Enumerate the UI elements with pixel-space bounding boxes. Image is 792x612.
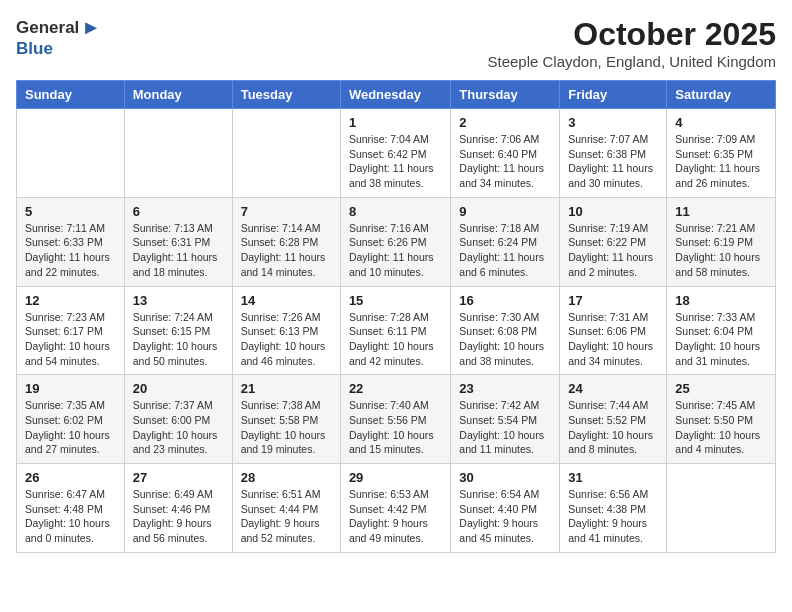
- day-info: Sunrise: 7:28 AM Sunset: 6:11 PM Dayligh…: [349, 310, 442, 369]
- day-info: Sunrise: 7:13 AM Sunset: 6:31 PM Dayligh…: [133, 221, 224, 280]
- day-info: Sunrise: 7:07 AM Sunset: 6:38 PM Dayligh…: [568, 132, 658, 191]
- day-number: 30: [459, 470, 551, 485]
- calendar-cell: [232, 109, 340, 198]
- day-number: 3: [568, 115, 658, 130]
- day-info: Sunrise: 7:44 AM Sunset: 5:52 PM Dayligh…: [568, 398, 658, 457]
- calendar-cell: 20Sunrise: 7:37 AM Sunset: 6:00 PM Dayli…: [124, 375, 232, 464]
- calendar-cell: 18Sunrise: 7:33 AM Sunset: 6:04 PM Dayli…: [667, 286, 776, 375]
- day-info: Sunrise: 7:42 AM Sunset: 5:54 PM Dayligh…: [459, 398, 551, 457]
- day-header-sunday: Sunday: [17, 81, 125, 109]
- day-number: 24: [568, 381, 658, 396]
- calendar-cell: 30Sunrise: 6:54 AM Sunset: 4:40 PM Dayli…: [451, 464, 560, 553]
- day-number: 9: [459, 204, 551, 219]
- day-info: Sunrise: 7:06 AM Sunset: 6:40 PM Dayligh…: [459, 132, 551, 191]
- calendar-cell: 17Sunrise: 7:31 AM Sunset: 6:06 PM Dayli…: [560, 286, 667, 375]
- calendar-cell: 6Sunrise: 7:13 AM Sunset: 6:31 PM Daylig…: [124, 197, 232, 286]
- calendar-table: SundayMondayTuesdayWednesdayThursdayFrid…: [16, 80, 776, 553]
- calendar-cell: 3Sunrise: 7:07 AM Sunset: 6:38 PM Daylig…: [560, 109, 667, 198]
- day-number: 26: [25, 470, 116, 485]
- day-number: 15: [349, 293, 442, 308]
- day-info: Sunrise: 6:51 AM Sunset: 4:44 PM Dayligh…: [241, 487, 332, 546]
- calendar-week-1: 5Sunrise: 7:11 AM Sunset: 6:33 PM Daylig…: [17, 197, 776, 286]
- calendar-cell: [124, 109, 232, 198]
- day-info: Sunrise: 7:23 AM Sunset: 6:17 PM Dayligh…: [25, 310, 116, 369]
- day-number: 1: [349, 115, 442, 130]
- header-row: SundayMondayTuesdayWednesdayThursdayFrid…: [17, 81, 776, 109]
- title-section: October 2025 Steeple Claydon, England, U…: [487, 16, 776, 70]
- logo-general: General: [16, 18, 79, 38]
- calendar-cell: 26Sunrise: 6:47 AM Sunset: 4:48 PM Dayli…: [17, 464, 125, 553]
- calendar-cell: [667, 464, 776, 553]
- day-number: 10: [568, 204, 658, 219]
- day-number: 31: [568, 470, 658, 485]
- day-info: Sunrise: 7:38 AM Sunset: 5:58 PM Dayligh…: [241, 398, 332, 457]
- day-number: 29: [349, 470, 442, 485]
- logo: General ► Blue: [16, 16, 101, 59]
- calendar-cell: 10Sunrise: 7:19 AM Sunset: 6:22 PM Dayli…: [560, 197, 667, 286]
- location-subtitle: Steeple Claydon, England, United Kingdom: [487, 53, 776, 70]
- day-number: 11: [675, 204, 767, 219]
- calendar-cell: 11Sunrise: 7:21 AM Sunset: 6:19 PM Dayli…: [667, 197, 776, 286]
- day-number: 20: [133, 381, 224, 396]
- calendar-week-3: 19Sunrise: 7:35 AM Sunset: 6:02 PM Dayli…: [17, 375, 776, 464]
- calendar-cell: 25Sunrise: 7:45 AM Sunset: 5:50 PM Dayli…: [667, 375, 776, 464]
- calendar-cell: 14Sunrise: 7:26 AM Sunset: 6:13 PM Dayli…: [232, 286, 340, 375]
- day-header-saturday: Saturday: [667, 81, 776, 109]
- day-info: Sunrise: 7:11 AM Sunset: 6:33 PM Dayligh…: [25, 221, 116, 280]
- day-info: Sunrise: 7:40 AM Sunset: 5:56 PM Dayligh…: [349, 398, 442, 457]
- day-number: 22: [349, 381, 442, 396]
- day-number: 16: [459, 293, 551, 308]
- calendar-cell: 12Sunrise: 7:23 AM Sunset: 6:17 PM Dayli…: [17, 286, 125, 375]
- calendar-cell: [17, 109, 125, 198]
- day-info: Sunrise: 6:47 AM Sunset: 4:48 PM Dayligh…: [25, 487, 116, 546]
- calendar-header: SundayMondayTuesdayWednesdayThursdayFrid…: [17, 81, 776, 109]
- page-header: General ► Blue October 2025 Steeple Clay…: [16, 16, 776, 70]
- logo-icon: ►: [81, 16, 101, 39]
- calendar-cell: 8Sunrise: 7:16 AM Sunset: 6:26 PM Daylig…: [340, 197, 450, 286]
- day-number: 19: [25, 381, 116, 396]
- calendar-week-2: 12Sunrise: 7:23 AM Sunset: 6:17 PM Dayli…: [17, 286, 776, 375]
- day-number: 14: [241, 293, 332, 308]
- day-info: Sunrise: 7:09 AM Sunset: 6:35 PM Dayligh…: [675, 132, 767, 191]
- day-info: Sunrise: 6:56 AM Sunset: 4:38 PM Dayligh…: [568, 487, 658, 546]
- day-info: Sunrise: 7:26 AM Sunset: 6:13 PM Dayligh…: [241, 310, 332, 369]
- day-number: 28: [241, 470, 332, 485]
- day-info: Sunrise: 6:54 AM Sunset: 4:40 PM Dayligh…: [459, 487, 551, 546]
- month-title: October 2025: [487, 16, 776, 53]
- calendar-cell: 2Sunrise: 7:06 AM Sunset: 6:40 PM Daylig…: [451, 109, 560, 198]
- calendar-cell: 1Sunrise: 7:04 AM Sunset: 6:42 PM Daylig…: [340, 109, 450, 198]
- day-number: 25: [675, 381, 767, 396]
- day-info: Sunrise: 7:14 AM Sunset: 6:28 PM Dayligh…: [241, 221, 332, 280]
- calendar-cell: 4Sunrise: 7:09 AM Sunset: 6:35 PM Daylig…: [667, 109, 776, 198]
- day-info: Sunrise: 7:18 AM Sunset: 6:24 PM Dayligh…: [459, 221, 551, 280]
- calendar-week-4: 26Sunrise: 6:47 AM Sunset: 4:48 PM Dayli…: [17, 464, 776, 553]
- day-number: 6: [133, 204, 224, 219]
- day-header-monday: Monday: [124, 81, 232, 109]
- day-info: Sunrise: 7:33 AM Sunset: 6:04 PM Dayligh…: [675, 310, 767, 369]
- calendar-cell: 28Sunrise: 6:51 AM Sunset: 4:44 PM Dayli…: [232, 464, 340, 553]
- day-info: Sunrise: 7:19 AM Sunset: 6:22 PM Dayligh…: [568, 221, 658, 280]
- day-header-wednesday: Wednesday: [340, 81, 450, 109]
- day-number: 5: [25, 204, 116, 219]
- day-number: 21: [241, 381, 332, 396]
- day-number: 27: [133, 470, 224, 485]
- day-header-tuesday: Tuesday: [232, 81, 340, 109]
- calendar-week-0: 1Sunrise: 7:04 AM Sunset: 6:42 PM Daylig…: [17, 109, 776, 198]
- day-info: Sunrise: 7:37 AM Sunset: 6:00 PM Dayligh…: [133, 398, 224, 457]
- day-number: 17: [568, 293, 658, 308]
- day-number: 7: [241, 204, 332, 219]
- calendar-cell: 29Sunrise: 6:53 AM Sunset: 4:42 PM Dayli…: [340, 464, 450, 553]
- day-number: 12: [25, 293, 116, 308]
- calendar-cell: 5Sunrise: 7:11 AM Sunset: 6:33 PM Daylig…: [17, 197, 125, 286]
- day-info: Sunrise: 7:31 AM Sunset: 6:06 PM Dayligh…: [568, 310, 658, 369]
- calendar-cell: 15Sunrise: 7:28 AM Sunset: 6:11 PM Dayli…: [340, 286, 450, 375]
- calendar-cell: 9Sunrise: 7:18 AM Sunset: 6:24 PM Daylig…: [451, 197, 560, 286]
- calendar-cell: 21Sunrise: 7:38 AM Sunset: 5:58 PM Dayli…: [232, 375, 340, 464]
- day-number: 8: [349, 204, 442, 219]
- day-info: Sunrise: 7:21 AM Sunset: 6:19 PM Dayligh…: [675, 221, 767, 280]
- calendar-cell: 24Sunrise: 7:44 AM Sunset: 5:52 PM Dayli…: [560, 375, 667, 464]
- day-info: Sunrise: 7:30 AM Sunset: 6:08 PM Dayligh…: [459, 310, 551, 369]
- day-info: Sunrise: 6:53 AM Sunset: 4:42 PM Dayligh…: [349, 487, 442, 546]
- day-info: Sunrise: 7:24 AM Sunset: 6:15 PM Dayligh…: [133, 310, 224, 369]
- calendar-cell: 31Sunrise: 6:56 AM Sunset: 4:38 PM Dayli…: [560, 464, 667, 553]
